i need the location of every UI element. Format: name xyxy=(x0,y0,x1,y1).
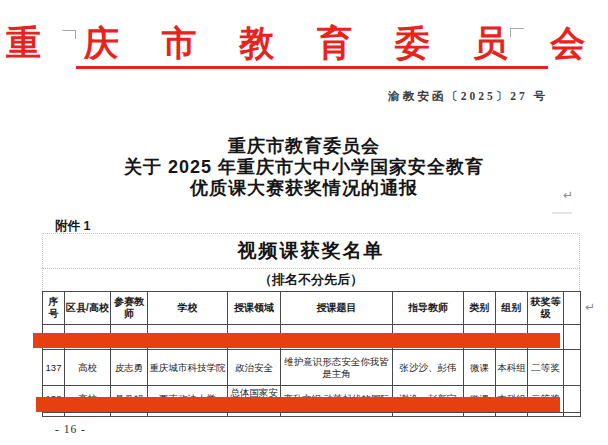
page-number: - 16 - xyxy=(55,423,86,435)
document-title-line-2: 关于 2025 年重庆市大中小学国家安全教育 xyxy=(0,157,608,178)
document-number: 渝教安函〔2025〕27 号 xyxy=(0,89,548,104)
header-serial: 序号 xyxy=(43,292,65,325)
header-group: 组别 xyxy=(496,292,528,325)
table-subtitle-box: （排名不分先后） xyxy=(42,268,580,291)
document-title-line-1: 重庆市教育委员会 xyxy=(0,136,608,157)
document-title: 重庆市教育委员会 关于 2025 年重庆市大中小学国家安全教育 优质课大赛获奖情… xyxy=(0,136,608,199)
header-advisor: 指导教师 xyxy=(393,292,464,325)
document-title-line-3: 优质课大赛获奖情况的通报 xyxy=(0,178,608,199)
document-page: 重 庆 市 教 育 委 员 会 渝教安函〔2025〕27 号 重庆市教育委员会 … xyxy=(0,0,608,445)
header-topic: 授课题目 xyxy=(281,292,393,325)
header-field: 授课领域 xyxy=(228,292,281,325)
letterhead-rule xyxy=(76,66,548,69)
faint-dash xyxy=(552,212,572,214)
header-award: 获奖等级 xyxy=(528,292,564,325)
header-school: 学校 xyxy=(148,292,228,325)
redaction-bar-bottom xyxy=(36,397,560,412)
redaction-bar-top xyxy=(33,333,560,348)
award-sheet: 视频课获奖名单 （排名不分先后） 序号 区县/高校 参赛教师 学校 授课领域 授… xyxy=(42,233,580,417)
table-subtitle: （排名不分先后） xyxy=(259,271,363,289)
header-blank xyxy=(564,292,581,325)
table-title-box: 视频课获奖名单 xyxy=(42,233,580,268)
letterhead-title: 重 庆 市 教 育 委 员 会 xyxy=(0,20,608,67)
paragraph-return-icon: ↵ xyxy=(563,188,573,202)
table-row-137: 137 高校 皮志勇 重庆城市科技学院 政治安全 维护意识形态安全你我皆是主角 … xyxy=(43,350,581,386)
header-category: 类别 xyxy=(464,292,496,325)
table-row-sliver xyxy=(43,412,581,416)
header-teacher: 参赛教师 xyxy=(111,292,148,325)
header-district: 区县/高校 xyxy=(65,292,111,325)
table-header-row: 序号 区县/高校 参赛教师 学校 授课领域 授课题目 指导教师 类别 组别 获奖… xyxy=(43,292,581,325)
table-title: 视频课获奖名单 xyxy=(238,238,385,264)
paragraph-return-icon: ↵ xyxy=(585,300,595,314)
